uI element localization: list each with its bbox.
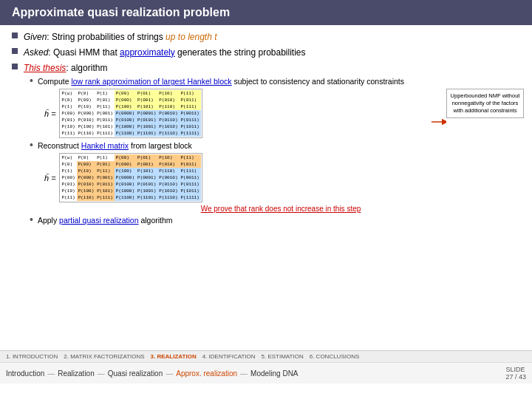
bc-modeling-dna[interactable]: Modeling DNA [250,369,298,378]
sub-bullet-compute: • Compute low rank approximation of larg… [30,77,520,86]
table-row: P(01) P(010) P(011) P(0100) P(0101) P(01… [61,181,201,188]
bc-sep-4: — [240,369,248,378]
bc-approx-realization[interactable]: Approx. realization [176,369,237,378]
sub-dot-3: • [30,214,33,225]
matrix1-container: ĥ = P(ω) P(0) P(1) P(00) P(01) P(10) [41,89,520,138]
bullet-text-1: Given: String probabilities of strings u… [24,31,217,44]
slide-header: Approximate quasi realization problem [0,0,532,25]
matrix1-table-wrapper: P(ω) P(0) P(1) P(00) P(01) P(10) P(11) P [59,89,202,138]
content-area: Given: String probabilities of strings u… [0,25,532,350]
nav-identification[interactable]: 4. IDENTIFICATION [202,353,256,360]
table-row: P(01) P(010) P(011) P(0100) P(0101) P(01… [61,117,201,123]
breadcrumb: Introduction — Realization — Quasi reali… [0,362,532,383]
hankel-matrix-label: Hankel matrix [81,141,129,150]
matrix2-table-wrapper: P(ω) P(0) P(1) P(00) P(01) P(10) P(11) P… [59,153,202,202]
nav-conclusions[interactable]: 6. CONCLUSIONS [310,353,360,360]
sub-text-1: Compute low rank approximation of larges… [38,77,404,86]
bullet-icon-2 [12,48,18,54]
sub-dot-1: • [30,75,33,86]
slide-num-value: 27 / 43 [505,373,526,381]
hankel-block-label: low rank approximation of largest Hankel… [71,77,231,86]
bullet-given: Given: String probabilities of strings u… [12,31,520,44]
partial-qr-label: partial quasi realization [59,216,138,225]
given-highlight: up to length t [166,32,216,42]
nav-realization[interactable]: 3. REALIZATION [151,353,197,360]
bullet-icon-3 [12,64,18,69]
asked-label: Asked [24,47,48,58]
sub-bullet-reconstruct: • Reconstruct Hankel matrix from largest… [30,141,520,150]
bc-introduction[interactable]: Introduction [6,369,44,378]
matrix2-table: P(ω) P(0) P(1) P(00) P(01) P(10) P(11) P… [61,154,201,201]
bullet-icon-1 [12,33,18,38]
bullet-asked: Asked: Quasi HMM that approximately gene… [12,47,520,59]
table-row: P(10) P(100) P(101) P(1000) P(1001) P(10… [61,123,201,130]
table-row: P(00) P(000) P(001) P(0000) P(0001) P(00… [61,174,201,181]
sub-text-2: Reconstruct Hankel matrix from largest b… [38,141,192,150]
nav-estimation[interactable]: 5. ESTIMATION [262,353,304,360]
matrix2-label: ĥ = [44,174,56,183]
sub-section: • Compute low rank approximation of larg… [30,77,520,225]
slide-number: SLIDE 27 / 43 [505,366,526,381]
header-title: Approximate quasi realization problem [12,6,230,18]
bc-realization[interactable]: Realization [58,369,94,378]
bc-quasi-realization[interactable]: Quasi realization [108,369,163,378]
matrix2-container: ĥ = P(ω) P(0) P(1) P(00) P(01) P(10) P(1… [41,153,520,202]
table-row: P(11) P(110) P(111) P(1100) P(1101) P(11… [61,194,201,201]
table-row: P(ω) P(0) P(1) P(00) P(01) P(10) P(11) [61,154,201,161]
given-label: Given [24,32,47,42]
sub-dot-2: • [30,140,33,150]
table-row: P(00) P(000) P(001) P(0000) P(0001) P(00… [61,110,201,117]
table-row: P(ω) P(0) P(1) P(00) P(01) P(10) P(11) [61,90,201,97]
table-row: P(1) P(10) P(11) P(100) P(101) P(110) P(… [61,168,201,174]
sub-bullet-apply: • Apply partial quasi realization algori… [30,216,520,225]
slide-container: Approximate quasi realization problem Gi… [0,0,532,383]
bullet-text-3: This thesis: algorithm [24,62,107,75]
matrix1-label: ĥ = [44,109,56,118]
table-row: P(0) P(00) P(01) P(000) P(001) P(010) P(… [61,97,201,103]
nav-introduction[interactable]: 1. INTRODUCTION [6,353,58,360]
annotation-text: Upperbounded NMF without nonnegativity o… [451,92,520,114]
bullet-thesis: This thesis: algorithm [12,62,520,75]
prove-text: We prove that rank does not increase in … [201,205,361,213]
table-row: P(0) P(00) P(01) P(000) P(001) P(010) P(… [61,161,201,168]
table-row: P(10) P(100) P(101) P(1000) P(1001) P(10… [61,188,201,194]
main-content: Given: String probabilities of strings u… [0,25,532,235]
annotation-box: Upperbounded NMF without nonnegativity o… [446,89,524,117]
bc-sep-2: — [98,369,105,378]
nav-matrix-factorizations[interactable]: 2. MATRIX FACTORIZATIONS [64,353,144,360]
table-row: P(1) P(10) P(11) P(100) P(101) P(110) P(… [61,103,201,110]
table-row: P(11) P(110) P(111) P(1100) P(1101) P(11… [61,130,201,137]
bc-sep-3: — [166,369,173,378]
sub-text-3: Apply partial quasi realization algorith… [38,216,173,225]
footer-nav: 1. INTRODUCTION 2. MATRIX FACTORIZATIONS… [0,350,532,362]
thesis-label: This thesis [24,63,66,73]
prove-text-container: We prove that rank does not increase in … [41,205,520,213]
bc-sep-1: — [47,369,55,378]
asked-highlight: approximately [120,47,175,58]
matrix1-table: P(ω) P(0) P(1) P(00) P(01) P(10) P(11) P [61,90,201,137]
slide-label: SLIDE [505,366,525,373]
bullet-text-2: Asked: Quasi HMM that approximately gene… [24,47,306,59]
